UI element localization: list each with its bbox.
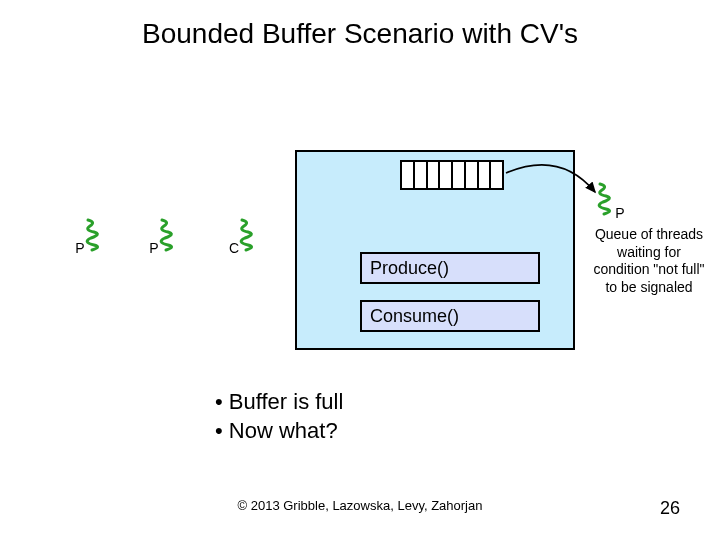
buffer-cell bbox=[415, 162, 428, 188]
buffer-cell bbox=[428, 162, 441, 188]
bullet-item: Buffer is full bbox=[215, 388, 343, 417]
buffer-cell bbox=[440, 162, 453, 188]
consume-method: Consume() bbox=[360, 300, 540, 332]
buffer-cell bbox=[402, 162, 415, 188]
thread-label-c: C bbox=[224, 240, 244, 256]
buffer-cell bbox=[466, 162, 479, 188]
buffer-cell bbox=[453, 162, 466, 188]
bullet-list: Buffer is full Now what? bbox=[215, 388, 343, 445]
thread-label-p-waiting: P bbox=[610, 205, 630, 221]
thread-label-p2: P bbox=[144, 240, 164, 256]
buffer-cell bbox=[479, 162, 492, 188]
buffer-cells bbox=[400, 160, 504, 190]
bullet-item: Now what? bbox=[215, 417, 343, 446]
slide-title: Bounded Buffer Scenario with CV's bbox=[0, 18, 720, 50]
queue-caption: Queue of threads waiting for condition "… bbox=[590, 226, 708, 296]
buffer-cell bbox=[491, 162, 502, 188]
thread-label-p1: P bbox=[70, 240, 90, 256]
copyright-text: © 2013 Gribble, Lazowska, Levy, Zahorjan bbox=[0, 498, 720, 513]
page-number: 26 bbox=[660, 498, 680, 519]
produce-method: Produce() bbox=[360, 252, 540, 284]
